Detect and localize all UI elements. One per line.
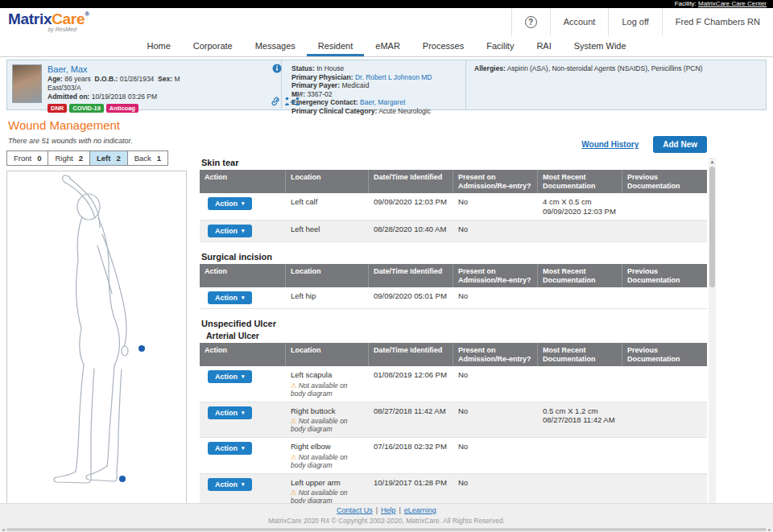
action-cell: Action▾ <box>200 438 286 473</box>
caret-down-icon: ▾ <box>242 481 245 488</box>
logo-care-text: Care <box>52 10 85 27</box>
action-cell: Action▾ <box>200 287 286 308</box>
diagram-warning: ⚠Not available on body diagram <box>291 489 364 505</box>
info-icon[interactable] <box>272 64 282 73</box>
most-recent-doc-cell: 4 cm X 0.5 cm09/09/2020 12:03 PM <box>538 193 622 220</box>
body-diagram[interactable] <box>6 171 187 508</box>
help-icon: ? <box>525 16 537 28</box>
wound-indicator-dot[interactable] <box>138 345 145 352</box>
action-button[interactable]: Action▾ <box>208 197 252 210</box>
position-tab-count: 0 <box>37 154 41 163</box>
location-text: Right buttock <box>291 406 364 416</box>
action-button[interactable]: Action▾ <box>208 442 252 455</box>
emergency-contact-link[interactable]: Baer, Margaret <box>360 98 405 106</box>
position-tab-count: 2 <box>79 154 83 163</box>
footer-link-help[interactable]: Help <box>381 506 396 514</box>
location-cell: Left heel <box>286 221 369 241</box>
scrollbar-thumb[interactable] <box>709 167 715 287</box>
status-value: In House <box>316 64 344 72</box>
dob-value: 01/28/1934 <box>120 75 155 83</box>
resident-transfer-icon[interactable] <box>284 97 300 106</box>
previous-doc-cell <box>622 402 707 438</box>
nav-tab-processes[interactable]: Processes <box>411 35 475 56</box>
table-scrollbar[interactable]: ▲ ▼ <box>709 158 716 509</box>
hscrollbar-thumb[interactable] <box>6 528 767 531</box>
wound-history-link[interactable]: Wound History <box>581 140 639 149</box>
location-text: Left scapula <box>291 370 364 380</box>
nav-tab-home[interactable]: Home <box>135 35 181 56</box>
location-cell: Left scapula⚠Not available on body diagr… <box>286 366 369 402</box>
facility-link[interactable]: MatrixCare Care Center <box>698 0 767 7</box>
action-button[interactable]: Action▾ <box>208 291 252 304</box>
scroll-right-icon[interactable]: ► <box>767 527 773 532</box>
footer-link-elearning[interactable]: eLearning <box>404 506 436 514</box>
table-row: Action▾Left hip09/09/2020 05:01 PMNo <box>200 287 707 309</box>
nav-tab-corporate[interactable]: Corporate <box>182 35 244 56</box>
action-button[interactable]: Action▾ <box>208 406 252 419</box>
admitted-label: Admitted on: <box>48 93 89 101</box>
wound-table-viewport: Skin tearActionLocationDate/Time Identif… <box>200 158 707 509</box>
account-button[interactable]: Account <box>550 8 609 35</box>
nav-tab-resident[interactable]: Resident <box>307 35 364 56</box>
app-header: MatrixCare® by ResMed ? Account Log off … <box>0 8 773 35</box>
action-button[interactable]: Action▾ <box>208 225 252 237</box>
facility-bar: Facility: MatrixCare Care Center <box>0 0 773 8</box>
position-tab-label: Back <box>134 154 151 163</box>
nav-tab-messages[interactable]: Messages <box>244 35 307 56</box>
badge-dnr: DNR <box>48 104 67 113</box>
diagram-warning: ⚠Not available on body diagram <box>291 381 364 398</box>
scroll-left-icon[interactable]: ◄ <box>0 527 6 532</box>
caret-down-icon: ▾ <box>242 200 245 207</box>
patient-name-link[interactable]: Baer, Max <box>48 64 180 74</box>
horizontal-scrollbar[interactable]: ◄ ► <box>0 527 773 532</box>
warning-text: Not available on body diagram <box>291 489 348 505</box>
column-header-previous-documentation: Previous Documentation <box>622 343 707 366</box>
most-recent-doc-cell <box>538 221 622 241</box>
attachment-icon[interactable] <box>271 97 280 106</box>
caret-down-icon: ▾ <box>242 373 245 380</box>
physician-link[interactable]: Dr. Robert L Johnson MD <box>355 73 432 81</box>
location-cell: Left calf <box>286 193 369 220</box>
nav-tab-rai[interactable]: RAI <box>525 35 562 56</box>
sex-label: Sex: <box>158 75 172 83</box>
action-button[interactable]: Action▾ <box>208 478 252 491</box>
badge-anticoag: Anticoag <box>106 104 138 113</box>
location-cell: Right buttock⚠Not available on body diag… <box>286 402 369 438</box>
age-value: 86 years <box>64 75 91 83</box>
section-title-surgical-incision: Surgical incision <box>201 252 707 262</box>
position-tabs: Front0Right2Left2Back1 <box>6 151 168 166</box>
nav-tab-facility[interactable]: Facility <box>475 35 525 56</box>
logoff-button[interactable]: Log off <box>608 8 661 35</box>
logo-tagline: by ResMed <box>8 27 89 32</box>
page-title: Wound Management <box>8 118 773 132</box>
datetime-identified-cell: 08/27/2018 11:42 AM <box>369 402 453 438</box>
position-tab-back[interactable]: Back1 <box>128 151 167 165</box>
diagram-warning: ⚠Not available on body diagram <box>291 417 364 433</box>
clinical-category-label: Primary Clinical Category: <box>291 107 377 115</box>
wound-table: ActionLocationDate/Time IdentifiedPresen… <box>200 343 707 509</box>
position-tab-label: Front <box>14 154 31 163</box>
location-text: Left calf <box>291 197 364 207</box>
column-header-action: Action <box>200 170 286 193</box>
action-button[interactable]: Action▾ <box>208 370 252 383</box>
scroll-up-icon[interactable]: ▲ <box>709 158 716 166</box>
previous-doc-cell <box>622 221 707 241</box>
position-tab-left[interactable]: Left2 <box>90 151 128 165</box>
nav-tabs: HomeCorporateMessagesResidenteMARProcess… <box>0 35 773 57</box>
position-tab-right[interactable]: Right2 <box>48 151 89 165</box>
help-button[interactable]: ? <box>511 8 550 35</box>
caret-down-icon: ▾ <box>242 410 245 416</box>
column-header-location: Location <box>286 343 369 366</box>
previous-doc-cell <box>622 287 707 308</box>
action-button-label: Action <box>215 373 238 381</box>
section-title-skin-tear: Skin tear <box>201 158 707 167</box>
copyright-text: MatrixCare 2020 R4 © Copyright 2002-2020… <box>0 517 773 525</box>
nav-tab-emar[interactable]: eMAR <box>364 35 411 56</box>
alert-badges: DNRCOVID-19Anticoag <box>48 104 180 113</box>
add-new-button[interactable]: Add New <box>653 136 707 153</box>
position-tab-front[interactable]: Front0 <box>7 151 48 165</box>
nav-tab-system-wide[interactable]: System Wide <box>563 35 638 56</box>
wound-indicator-dot[interactable] <box>119 476 126 482</box>
footer-link-contact-us[interactable]: Contact Us <box>337 506 373 514</box>
present-on-admission-cell: No <box>453 193 538 220</box>
